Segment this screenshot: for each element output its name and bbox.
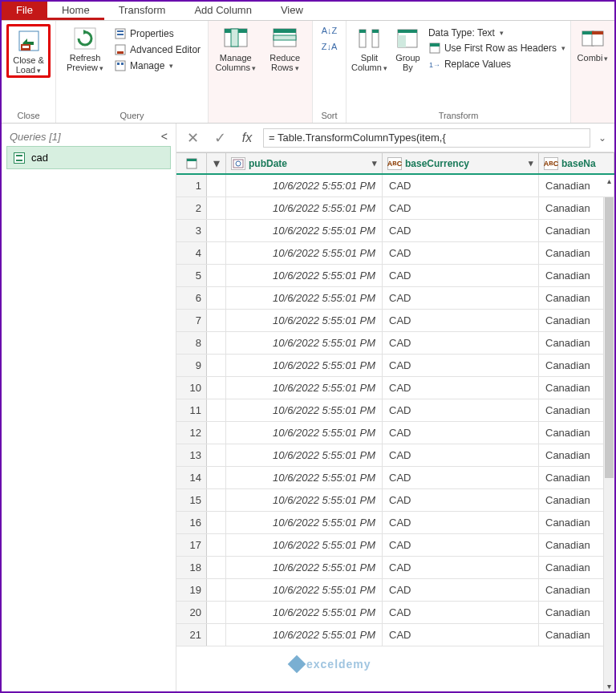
queries-collapse-icon[interactable]: < [161, 130, 168, 143]
cell-basecurrency[interactable]: CAD [383, 579, 539, 601]
table-row[interactable]: 710/6/2022 5:55:01 PMCADCanadian [176, 310, 614, 332]
table-row[interactable]: 110/6/2022 5:55:01 PMCADCanadian [176, 175, 614, 197]
table-row[interactable]: 2010/6/2022 5:55:01 PMCADCanadian [176, 602, 614, 624]
tab-transform[interactable]: Transform [104, 2, 180, 20]
cell-basecurrency[interactable]: CAD [383, 220, 539, 241]
cell-basecurrency[interactable]: CAD [383, 287, 539, 309]
table-row[interactable]: 2110/6/2022 5:55:01 PMCADCanadian [176, 624, 614, 646]
table-row[interactable]: 1410/6/2022 5:55:01 PMCADCanadian [176, 467, 614, 489]
cell-pubdate[interactable]: 10/6/2022 5:55:01 PM [226, 220, 383, 241]
table-row[interactable]: 1510/6/2022 5:55:01 PMCADCanadian [176, 489, 614, 512]
table-row[interactable]: 1110/6/2022 5:55:01 PMCADCanadian [176, 399, 614, 422]
cell-pubdate[interactable]: 10/6/2022 5:55:01 PM [226, 422, 383, 444]
scroll-thumb[interactable] [605, 197, 614, 478]
table-row[interactable]: 510/6/2022 5:55:01 PMCADCanadian [176, 265, 614, 287]
formula-cancel-icon[interactable]: ✕ [181, 129, 204, 147]
table-row[interactable]: 1310/6/2022 5:55:01 PMCADCanadian [176, 444, 614, 467]
select-all-corner[interactable] [176, 153, 207, 173]
formula-accept-icon[interactable]: ✓ [209, 129, 231, 147]
advanced-editor-button[interactable]: Advanced Editor [114, 43, 201, 56]
combine-button[interactable]: Combi [576, 24, 610, 63]
cell-pubdate[interactable]: 10/6/2022 5:55:01 PM [226, 579, 383, 601]
scroll-up-icon[interactable]: ▴ [604, 175, 614, 186]
cell-pubdate[interactable]: 10/6/2022 5:55:01 PM [226, 444, 383, 466]
cell-pubdate[interactable]: 10/6/2022 5:55:01 PM [226, 377, 383, 399]
properties-button[interactable]: Properties [114, 27, 201, 40]
table-row[interactable]: 1610/6/2022 5:55:01 PMCADCanadian [176, 512, 614, 534]
cell-pubdate[interactable]: 10/6/2022 5:55:01 PM [226, 265, 383, 286]
cell-basecurrency[interactable]: CAD [383, 332, 539, 354]
cell-basecurrency[interactable]: CAD [383, 602, 539, 623]
scroll-down-icon[interactable]: ▾ [604, 680, 614, 691]
table-row[interactable]: 910/6/2022 5:55:01 PMCADCanadian [176, 355, 614, 377]
tab-home[interactable]: Home [47, 2, 104, 20]
cell-basecurrency[interactable]: CAD [383, 444, 539, 466]
cell-pubdate[interactable]: 10/6/2022 5:55:01 PM [226, 242, 383, 264]
vertical-scrollbar[interactable]: ▴ ▾ [603, 197, 614, 691]
cell-pubdate[interactable]: 10/6/2022 5:55:01 PM [226, 624, 383, 646]
column-header-basename[interactable]: ABC baseNa [539, 153, 614, 173]
cell-pubdate[interactable]: 10/6/2022 5:55:01 PM [226, 310, 383, 331]
cell-pubdate[interactable]: 10/6/2022 5:55:01 PM [226, 602, 383, 623]
first-row-headers-button[interactable]: Use First Row as Headers [428, 42, 565, 55]
tab-view[interactable]: View [266, 2, 318, 20]
cell-pubdate[interactable]: 10/6/2022 5:55:01 PM [226, 399, 383, 421]
table-row[interactable]: 810/6/2022 5:55:01 PMCADCanadian [176, 332, 614, 355]
column-header-basecurrency[interactable]: ABC baseCurrency ▾ [383, 153, 539, 173]
cell-basecurrency[interactable]: CAD [383, 534, 539, 556]
filter-icon[interactable]: ▾ [372, 158, 377, 168]
reduce-rows-button[interactable]: ReduceRows [263, 24, 308, 73]
fx-icon[interactable]: fx [236, 131, 258, 145]
cell-basecurrency[interactable]: CAD [383, 355, 539, 376]
cell-pubdate[interactable]: 10/6/2022 5:55:01 PM [226, 287, 383, 309]
sort-asc-button[interactable]: A↓Z [323, 24, 336, 37]
cell-basecurrency[interactable]: CAD [383, 467, 539, 488]
table-row[interactable]: 310/6/2022 5:55:01 PMCADCanadian [176, 220, 614, 242]
table-row[interactable]: 210/6/2022 5:55:01 PMCADCanadian [176, 197, 614, 220]
cell-basecurrency[interactable]: CAD [383, 265, 539, 286]
tab-file[interactable]: File [2, 2, 47, 20]
refresh-preview-button[interactable]: RefreshPreview [61, 24, 109, 73]
sort-desc-button[interactable]: Z↓A [323, 40, 336, 53]
cell-basecurrency[interactable]: CAD [383, 377, 539, 399]
cell-basename[interactable]: Canadian [539, 175, 614, 197]
cell-pubdate[interactable]: 10/6/2022 5:55:01 PM [226, 512, 383, 533]
split-column-button[interactable]: SplitColumn [351, 24, 387, 73]
formula-input[interactable] [263, 128, 590, 148]
cell-basecurrency[interactable]: CAD [383, 197, 539, 219]
manage-columns-button[interactable]: ManageColumns [213, 24, 258, 73]
cell-pubdate[interactable]: 10/6/2022 5:55:01 PM [226, 489, 383, 511]
cell-pubdate[interactable]: 10/6/2022 5:55:01 PM [226, 175, 383, 197]
manage-button[interactable]: Manage [114, 59, 201, 72]
cell-basecurrency[interactable]: CAD [383, 175, 539, 197]
cell-basecurrency[interactable]: CAD [383, 399, 539, 421]
cell-pubdate[interactable]: 10/6/2022 5:55:01 PM [226, 355, 383, 376]
table-row[interactable]: 1010/6/2022 5:55:01 PMCADCanadian [176, 377, 614, 399]
replace-values-button[interactable]: 1→2 Replace Values [428, 58, 565, 71]
data-type-button[interactable]: Data Type: Text [428, 27, 565, 38]
cell-pubdate[interactable]: 10/6/2022 5:55:01 PM [226, 557, 383, 578]
formula-expand-icon[interactable]: ⌄ [595, 132, 610, 144]
query-item-cad[interactable]: cad [6, 146, 171, 169]
row-options-icon[interactable]: ▾ [207, 153, 226, 173]
table-row[interactable]: 410/6/2022 5:55:01 PMCADCanadian [176, 242, 614, 265]
cell-pubdate[interactable]: 10/6/2022 5:55:01 PM [226, 467, 383, 488]
table-row[interactable]: 610/6/2022 5:55:01 PMCADCanadian [176, 287, 614, 310]
close-and-load-button[interactable]: Close &Load [6, 24, 51, 78]
cell-pubdate[interactable]: 10/6/2022 5:55:01 PM [226, 534, 383, 556]
cell-pubdate[interactable]: 10/6/2022 5:55:01 PM [226, 197, 383, 219]
cell-basecurrency[interactable]: CAD [383, 557, 539, 578]
table-row[interactable]: 1810/6/2022 5:55:01 PMCADCanadian [176, 557, 614, 579]
cell-basecurrency[interactable]: CAD [383, 422, 539, 444]
table-row[interactable]: 1710/6/2022 5:55:01 PMCADCanadian [176, 534, 614, 557]
cell-basecurrency[interactable]: CAD [383, 624, 539, 646]
table-row[interactable]: 1210/6/2022 5:55:01 PMCADCanadian [176, 422, 614, 444]
column-header-pubdate[interactable]: pubDate ▾ [226, 153, 383, 173]
cell-basecurrency[interactable]: CAD [383, 512, 539, 533]
cell-basecurrency[interactable]: CAD [383, 489, 539, 511]
cell-basecurrency[interactable]: CAD [383, 242, 539, 264]
cell-pubdate[interactable]: 10/6/2022 5:55:01 PM [226, 332, 383, 354]
group-by-button[interactable]: GroupBy [392, 24, 424, 72]
tab-add-column[interactable]: Add Column [180, 2, 266, 20]
table-row[interactable]: 1910/6/2022 5:55:01 PMCADCanadian [176, 579, 614, 602]
